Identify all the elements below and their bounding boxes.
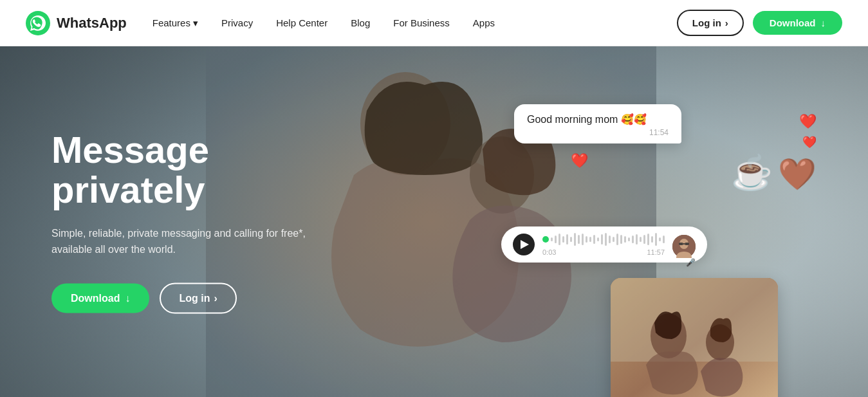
download-button-nav[interactable]: Download ↓: [753, 11, 842, 35]
svg-rect-7: [685, 243, 689, 245]
voice-times: 0:03 11:57: [542, 248, 665, 256]
voice-avatar-container: 🎤: [672, 235, 696, 254]
chat-bubble-text: Good morning mom 🥰🥰: [527, 113, 669, 125]
waveform-bar: [566, 234, 568, 245]
waveform-bar: [601, 234, 603, 245]
sticker-mugs: ☕ 🤎: [731, 153, 817, 192]
logo-text: WhatsApp: [57, 15, 127, 32]
hero-buttons: Download ↓ Log in ›: [51, 283, 322, 314]
svg-rect-8: [683, 243, 685, 245]
download-nav-label: Download: [770, 17, 816, 28]
hero-content: Message privately Simple, reliable, priv…: [51, 129, 322, 314]
sticker-hearts: ❤️ ❤️: [731, 111, 817, 151]
hero-section: Message privately Simple, reliable, priv…: [0, 46, 868, 397]
chat-heart-reaction: ❤️: [571, 152, 588, 169]
waveform-bar: [659, 237, 661, 241]
nav-item-help[interactable]: Help Center: [276, 17, 328, 29]
download-button-hero[interactable]: Download ↓: [51, 284, 149, 313]
waveform-bar: [624, 236, 626, 243]
waveform-bar: [551, 237, 553, 241]
navbar-left: WhatsApp Features ▾ Privacy Help Center: [26, 11, 495, 35]
waveform-bar: [559, 234, 560, 245]
sticker-area: ❤️ ❤️ ☕ 🤎: [731, 111, 817, 192]
waveform-bar: [632, 235, 634, 243]
voice-message: 0:03 11:57 🎤: [501, 226, 707, 263]
waveform-bar: [555, 235, 557, 243]
svg-point-0: [26, 11, 50, 35]
features-label: Features: [152, 17, 190, 28]
blog-label: Blog: [351, 17, 370, 28]
waveform-dot: [542, 236, 549, 243]
voice-waveform: 0:03 11:57: [542, 233, 665, 256]
login-label: Log in: [692, 17, 721, 28]
waveform-bar: [593, 235, 595, 244]
navbar-right: Log in › Download ↓: [677, 10, 842, 36]
apps-label: Apps: [473, 17, 495, 28]
waveform-bar: [620, 235, 622, 244]
voice-time-end: 11:57: [647, 248, 665, 256]
login-button[interactable]: Log in ›: [677, 10, 744, 36]
login-button-hero[interactable]: Log in ›: [160, 283, 236, 314]
photo-card: 11:57: [611, 278, 778, 397]
nav-item-business[interactable]: For Business: [393, 17, 450, 29]
chat-bubble: Good morning mom 🥰🥰 11:54: [514, 104, 681, 143]
waveform-bar: [640, 237, 642, 242]
nav-links: Features ▾ Privacy Help Center Blog: [152, 17, 495, 29]
voice-avatar: [672, 235, 696, 258]
microphone-icon: 🎤: [686, 258, 696, 267]
svg-rect-6: [679, 243, 683, 245]
waveform-bar: [628, 237, 630, 241]
whatsapp-logo-icon: [26, 11, 50, 35]
waveform-bar: [613, 237, 614, 242]
photo-card-image: [611, 278, 778, 397]
hero-headline: Message privately: [51, 129, 322, 210]
waveform-bar: [663, 235, 665, 243]
navbar: WhatsApp Features ▾ Privacy Help Center: [0, 0, 868, 46]
login-hero-label: Log in: [179, 293, 210, 304]
logo-link[interactable]: WhatsApp: [26, 11, 127, 35]
nav-item-apps[interactable]: Apps: [473, 17, 495, 29]
avatar-icon: [672, 235, 696, 258]
waveform-bar: [562, 236, 564, 243]
waveform-bar: [570, 237, 572, 242]
login-hero-arrow-icon: ›: [214, 293, 217, 304]
waveform-bar: [655, 233, 657, 246]
waveform-bar: [605, 233, 607, 246]
business-label: For Business: [393, 17, 450, 28]
waveform-bar: [609, 235, 611, 243]
waveform-bar: [578, 235, 580, 244]
download-hero-icon: ↓: [125, 293, 130, 304]
waveform-bar: [586, 236, 587, 243]
download-nav-icon: ↓: [821, 17, 826, 28]
help-label: Help Center: [276, 17, 328, 28]
nav-item-blog[interactable]: Blog: [351, 17, 370, 29]
voice-time-start: 0:03: [542, 248, 556, 256]
hero-subtext: Simple, reliable, private messaging and …: [51, 225, 322, 257]
nav-item-privacy[interactable]: Privacy: [221, 17, 253, 29]
chat-bubble-time: 11:54: [527, 128, 669, 137]
waveform-bar: [589, 237, 591, 242]
nav-item-features[interactable]: Features ▾: [152, 17, 198, 29]
svg-rect-10: [611, 278, 778, 362]
waveform-container: [542, 233, 665, 246]
waveform-bar: [643, 235, 645, 244]
voice-play-button[interactable]: [513, 234, 535, 255]
waveform-bar: [616, 234, 618, 245]
download-hero-label: Download: [71, 293, 120, 304]
login-arrow-icon: ›: [725, 17, 728, 28]
privacy-label: Privacy: [221, 17, 253, 28]
waveform-bar: [647, 234, 649, 245]
waveform-bar: [582, 234, 584, 245]
waveform-bar: [636, 234, 638, 245]
photo-card-inner: 11:57: [611, 278, 778, 397]
waveform-bar: [597, 237, 599, 241]
features-chevron-icon: ▾: [193, 17, 198, 29]
waveform-bar: [574, 233, 576, 246]
play-icon: [521, 240, 529, 249]
waveform-bar: [651, 236, 653, 243]
